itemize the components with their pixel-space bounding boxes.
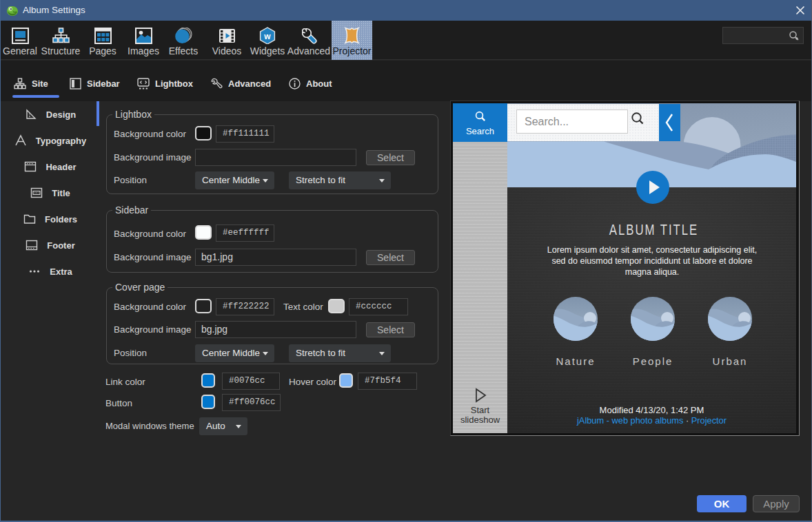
svg-text:w: w [263, 32, 271, 41]
